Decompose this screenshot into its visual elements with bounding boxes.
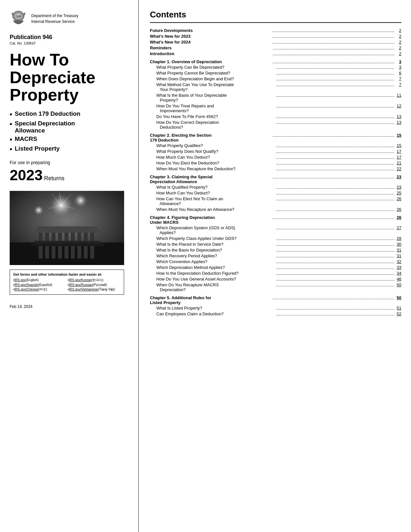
title-line3: Property — [10, 85, 79, 104]
link-lang-russian: (Русский) — [93, 283, 107, 287]
toc-ch3-how-much: How Much Can You Deduct? 25 — [150, 191, 401, 195]
toc-ch3-elect-not-claim: How Can You Elect Not To Claim an Allowa… — [150, 196, 401, 206]
toc-ch4-property-class: Which Property Class Applies Under GDS? … — [150, 236, 401, 241]
svg-text:IRS: IRS — [17, 15, 21, 18]
bullet-dot: • — [10, 110, 12, 119]
forms-links: • IRS.gov (English) • IRS.gov/Korean (한국… — [13, 278, 121, 292]
toc-ch3-recapture-allowance: When Must You Recapture an Allowance? 26 — [150, 207, 401, 212]
toc-ch1-what-can: What Property Can Be Depreciated? 3 — [150, 65, 401, 70]
bullet-item-section179: • Section 179 Deduction — [10, 110, 130, 119]
link-lang-english: (English) — [26, 278, 38, 282]
link-lang-vietnamese: (Tiếng Việt) — [98, 288, 115, 291]
toc-ch1-repairs: How Do You Treat Repairs and Improvement… — [150, 103, 401, 113]
toc-container: Future Developments 2 What's New for 202… — [150, 28, 401, 316]
toc-chapter1-heading: Chapter 1. Overview of Depreciation 3 — [150, 59, 401, 64]
toc-ch4-general-asset: How Do You Use General Asset Accounts? 4… — [150, 277, 401, 281]
toc-ch1-what-basis: What Is the Basis of Your Depreciable Pr… — [150, 93, 401, 103]
toc-ch3-qualified-property: What Is Qualified Property? 23 — [150, 185, 401, 190]
link-irs-gov[interactable]: IRS.gov — [15, 278, 26, 282]
toc-ch4-which-system: Which Depreciation System (GDS or ADS) A… — [150, 225, 401, 235]
link-lang-korean: (한국어) — [92, 278, 103, 282]
link-irs-spanish[interactable]: IRS.gov/Spanish — [15, 283, 39, 287]
toc-future-developments: Future Developments 2 — [150, 28, 401, 33]
toc-ch4-method: Which Depreciation Method Applies? 33 — [150, 265, 401, 270]
toc-ch1-form4562: Do You Have To File Form 4562? 13 — [150, 114, 401, 119]
service-label: Internal Revenue Service — [31, 19, 78, 25]
get-forms-title: Get forms and other information faster a… — [13, 272, 121, 276]
for-use-text: For use in preparing — [10, 160, 130, 165]
year-number: 2023 — [10, 167, 43, 183]
contents-title: Contents — [150, 10, 401, 23]
main-title: How To Depreciate Property — [10, 51, 130, 104]
toc-ch5-employees-claim: Can Employees Claim a Deduction? 52 — [150, 311, 401, 316]
link-irs-russian[interactable]: IRS.gov/Russian — [69, 283, 93, 287]
link-item-spanish[interactable]: • IRS.gov/Spanish (Español) — [13, 283, 66, 287]
bullet-dot: • — [10, 120, 12, 128]
toc-whats-new-2023: What's New for 2023 2 — [150, 34, 401, 39]
cat-number: Cat. No. 13081F — [10, 41, 130, 45]
get-forms-box: Get forms and other information faster a… — [10, 270, 124, 295]
bullet-label-special: Special DepreciationAllowance — [15, 120, 75, 134]
toc-ch1-when-begin-end: When Does Depreciation Begin and End? 7 — [150, 76, 401, 81]
link-item-russian[interactable]: • IRS.gov/Russian (Русский) — [68, 283, 121, 287]
publication-number: Publication 946 — [10, 34, 130, 41]
returns-label: Returns — [44, 175, 64, 182]
bullet-list: • Section 179 Deduction • Special Deprec… — [10, 110, 130, 153]
toc-ch4-placed-service: What Is the Placed in Service Date? 30 — [150, 242, 401, 247]
link-lang-spanish: (Español) — [38, 283, 52, 287]
title-line1: How To — [10, 50, 69, 69]
toc-chapter5-heading: Chapter 5. Additional Rules forListed Pr… — [150, 295, 401, 305]
link-irs-korean[interactable]: IRS.gov/Korean — [69, 278, 92, 282]
irs-header-text: Department of the Treasury Internal Reve… — [31, 13, 78, 25]
toc-whats-new-2024: What's New for 2024 2 — [150, 40, 401, 44]
svg-rect-26 — [31, 243, 104, 246]
link-irs-vietnamese[interactable]: IRS.gov/Vietnamese — [69, 288, 98, 291]
link-item-irs[interactable]: • IRS.gov (English) — [13, 278, 66, 282]
link-lang-chinese: (中文) — [39, 287, 47, 292]
toc-ch5-what-is-listed: What Is Listed Property? 51 — [150, 306, 401, 310]
toc-ch4-convention: Which Convention Applies? 32 — [150, 259, 401, 264]
irs-logo: IRS — [10, 10, 27, 27]
link-irs-chinese[interactable]: IRS.gov/Chinese — [15, 288, 39, 291]
link-item-vietnamese[interactable]: • IRS.gov/Vietnamese (Tiếng Việt) — [68, 287, 121, 292]
toc-introduction: Introduction 2 — [150, 51, 401, 56]
toc-ch2-what-qualifies: What Property Qualifies? 15 — [150, 143, 401, 148]
toc-reminders: Reminders 2 — [150, 45, 401, 50]
right-column: Contents Future Developments 2 What's Ne… — [139, 0, 411, 532]
bullet-label-section179: Section 179 Deduction — [15, 110, 81, 117]
toc-ch2-how-elect: How Do You Elect the Deduction? 21 — [150, 161, 401, 165]
bullet-item-listed: • Listed Property — [10, 145, 130, 153]
bullet-dot: • — [10, 145, 12, 153]
link-item-korean[interactable]: • IRS.gov/Korean (한국어) — [68, 278, 121, 282]
toc-ch2-how-much-deduct: How Much Can You Deduct? 17 — [150, 155, 401, 160]
toc-ch4-basis: What Is the Basis for Depreciation? 31 — [150, 248, 401, 252]
toc-chapter4-heading: Chapter 4. Figuring DepreciationUnder MA… — [150, 215, 401, 225]
toc-chapter3-heading: Chapter 3. Claiming the SpecialDepreciat… — [150, 174, 401, 184]
bullet-label-listed: Listed Property — [15, 145, 60, 152]
toc-ch2-recapture: When Must You Recapture the Deduction? 2… — [150, 166, 401, 171]
irs-header: IRS Department of the Treasury Internal … — [10, 10, 130, 27]
bullet-label-macrs: MACRS — [15, 135, 37, 143]
toc-chapter2-heading: Chapter 2. Electing the Section179 Deduc… — [150, 133, 401, 143]
toc-ch4-how-figured: How Is the Depreciation Deduction Figure… — [150, 271, 401, 276]
link-item-chinese[interactable]: • IRS.gov/Chinese (中文) — [13, 287, 66, 292]
toc-ch1-what-method: What Method Can You Use To Depreciate Yo… — [150, 82, 401, 92]
svg-point-8 — [34, 205, 44, 215]
toc-ch2-what-not-qualify: What Property Does Not Qualify? 17 — [150, 149, 401, 154]
toc-ch4-recovery-period: Which Recovery Period Applies? 31 — [150, 253, 401, 258]
toc-ch1-what-cannot: What Property Cannot Be Depreciated? 6 — [150, 71, 401, 75]
bullet-item-macrs: • MACRS — [10, 135, 130, 144]
toc-ch1-correct-deductions: How Do You Correct Depreciation Deductio… — [150, 120, 401, 130]
svg-marker-24 — [34, 226, 101, 233]
bullet-dot: • — [10, 135, 12, 144]
svg-point-7 — [74, 194, 87, 207]
title-line2: Depreciate — [10, 68, 95, 87]
left-column: IRS Department of the Treasury Internal … — [0, 0, 139, 532]
toc-ch4-recapture-macrs: When Do You Recapture MACRS Depreciation… — [150, 282, 401, 292]
year-returns: 2023 Returns — [10, 166, 130, 184]
cover-image — [10, 191, 124, 265]
dept-label: Department of the Treasury — [31, 13, 78, 19]
bullet-item-special: • Special DepreciationAllowance — [10, 120, 130, 134]
date-footer: Feb 14, 2024 — [10, 304, 130, 309]
